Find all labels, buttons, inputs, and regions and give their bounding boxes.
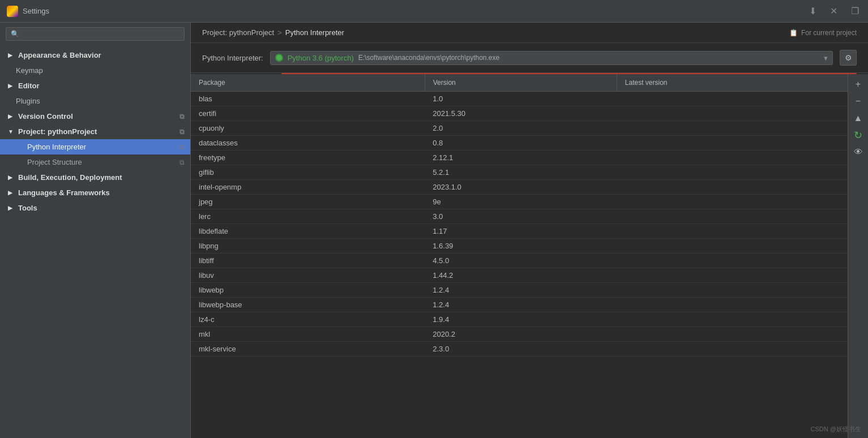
cell-version-5: 5.2.1 (425, 165, 617, 180)
maximize-button[interactable]: ❐ (849, 6, 861, 17)
cell-package-12: libuv (191, 268, 425, 283)
cell-latest-0 (617, 92, 848, 106)
cell-version-9: 1.17 (425, 224, 617, 239)
cell-latest-9 (617, 224, 848, 239)
sidebar-item-plugins[interactable]: Plugins (0, 93, 190, 109)
cell-package-5: giflib (191, 165, 425, 180)
copy-icon-vc: ⧉ (179, 113, 185, 121)
cell-package-1: certifi (191, 106, 425, 121)
sidebar-item-appearance[interactable]: ▶ Appearance & Behavior (0, 48, 190, 63)
package-table: Package Version Latest version blas 1.0 … (191, 74, 848, 357)
cell-latest-2 (617, 121, 848, 136)
table-row[interactable]: dataclasses 0.8 (191, 136, 848, 151)
copy-icon-interpreter: ⧉ (179, 143, 185, 151)
cell-latest-14 (617, 298, 848, 312)
table-row[interactable]: mkl-service 2.3.0 (191, 342, 848, 357)
sidebar-item-tools[interactable]: ▶ Tools (0, 200, 190, 216)
table-row[interactable]: libwebp 1.2.4 (191, 283, 848, 298)
cell-version-1: 2021.5.30 (425, 106, 617, 121)
table-row[interactable]: libtiff 4.5.0 (191, 254, 848, 268)
download-button[interactable]: ⬇ (807, 6, 819, 17)
up-button[interactable]: ▲ (850, 110, 866, 126)
cell-version-3: 0.8 (425, 136, 617, 151)
cell-package-16: mkl (191, 327, 425, 342)
cell-latest-5 (617, 165, 848, 180)
title-bar: Settings ⬇ ✕ ❐ (0, 0, 868, 23)
sidebar-item-build[interactable]: ▶ Build, Execution, Deployment (0, 170, 190, 185)
table-row[interactable]: lz4-c 1.9.4 (191, 312, 848, 327)
cell-package-7: jpeg (191, 195, 425, 209)
cell-version-12: 1.44.2 (425, 268, 617, 283)
status-dot (275, 54, 283, 62)
add-package-button[interactable]: + (850, 76, 866, 92)
interpreter-label: Python Interpreter: (202, 54, 263, 62)
title-bar-controls: ⬇ ✕ ❐ (807, 6, 861, 17)
table-row[interactable]: intel-openmp 2023.1.0 (191, 180, 848, 195)
cell-package-17: mkl-service (191, 342, 425, 357)
interpreter-name: Python 3.6 (pytorch) (288, 54, 354, 62)
cell-version-15: 1.9.4 (425, 312, 617, 327)
refresh-button[interactable]: ↻ (850, 127, 866, 143)
search-input[interactable] (23, 30, 179, 38)
table-row[interactable]: giflib 5.2.1 (191, 165, 848, 180)
table-row[interactable]: libwebp-base 1.2.4 (191, 298, 848, 312)
sidebar-item-languages[interactable]: ▶ Languages & Frameworks (0, 185, 190, 200)
cell-latest-3 (617, 136, 848, 151)
chevron-right-icon-6: ▶ (8, 205, 15, 211)
chevron-right-icon: ▶ (8, 52, 15, 58)
app-logo (7, 6, 18, 17)
table-row[interactable]: lerc 3.0 (191, 209, 848, 224)
cell-package-6: intel-openmp (191, 180, 425, 195)
search-box[interactable]: 🔍 (6, 27, 185, 41)
breadcrumb-separator: > (277, 28, 282, 37)
close-button[interactable]: ✕ (828, 6, 840, 17)
title-bar-title: Settings (23, 7, 49, 15)
package-table-container[interactable]: Package Version Latest version blas 1.0 … (191, 74, 848, 438)
cell-package-2: cpuonly (191, 121, 425, 136)
cell-version-6: 2023.1.0 (425, 180, 617, 195)
table-row[interactable]: freetype 2.12.1 (191, 151, 848, 165)
copy-icon-structure: ⧉ (179, 158, 185, 166)
sidebar-item-version-control[interactable]: ▶ Version Control ⧉ (0, 109, 190, 124)
table-row[interactable]: certifi 2021.5.30 (191, 106, 848, 121)
cell-package-3: dataclasses (191, 136, 425, 151)
eye-button[interactable]: 👁 (850, 144, 866, 160)
right-actions: + − ▲ ↻ 👁 (848, 74, 868, 438)
sidebar-item-python-interpreter[interactable]: Python Interpreter ⧉ (0, 139, 190, 154)
interpreter-settings-button[interactable]: ⚙ (840, 50, 857, 66)
package-area: Package Version Latest version blas 1.0 … (191, 74, 868, 438)
breadcrumb-note: 📋 For current project (789, 29, 857, 37)
table-row[interactable]: libpng 1.6.39 (191, 239, 848, 254)
search-icon: 🔍 (11, 30, 19, 38)
table-row[interactable]: cpuonly 2.0 (191, 121, 848, 136)
interpreter-select[interactable]: Python 3.6 (pytorch) E:\software\anacond… (270, 51, 833, 65)
cell-version-13: 1.2.4 (425, 283, 617, 298)
interpreter-row: Python Interpreter: Python 3.6 (pytorch)… (191, 43, 868, 73)
sidebar-item-project-structure[interactable]: Project Structure ⧉ (0, 154, 190, 170)
cell-latest-6 (617, 180, 848, 195)
note-text: For current project (801, 29, 857, 37)
table-row[interactable]: jpeg 9e (191, 195, 848, 209)
cell-version-14: 1.2.4 (425, 298, 617, 312)
cell-latest-17 (617, 342, 848, 357)
chevron-right-icon-5: ▶ (8, 190, 15, 196)
remove-package-button[interactable]: − (850, 93, 866, 109)
sidebar-item-editor[interactable]: ▶ Editor (0, 78, 190, 93)
cell-package-8: lerc (191, 209, 425, 224)
cell-latest-15 (617, 312, 848, 327)
table-row[interactable]: mkl 2020.2 (191, 327, 848, 342)
col-package: Package (191, 74, 425, 92)
cell-version-10: 1.6.39 (425, 239, 617, 254)
sidebar-item-project[interactable]: ▼ Project: pythonProject ⧉ (0, 124, 190, 139)
table-row[interactable]: libuv 1.44.2 (191, 268, 848, 283)
breadcrumb-project: Project: pythonProject (202, 28, 274, 37)
cell-latest-8 (617, 209, 848, 224)
sidebar-item-keymap[interactable]: Keymap (0, 63, 190, 78)
cell-package-13: libwebp (191, 283, 425, 298)
table-row[interactable]: libdeflate 1.17 (191, 224, 848, 239)
table-row[interactable]: blas 1.0 (191, 92, 848, 106)
col-latest: Latest version (617, 74, 848, 92)
package-table-body: blas 1.0 certifi 2021.5.30 cpuonly 2.0 d… (191, 92, 848, 357)
cell-package-4: freetype (191, 151, 425, 165)
main-layout: 🔍 ▶ Appearance & Behavior Keymap ▶ Edito… (0, 23, 868, 438)
